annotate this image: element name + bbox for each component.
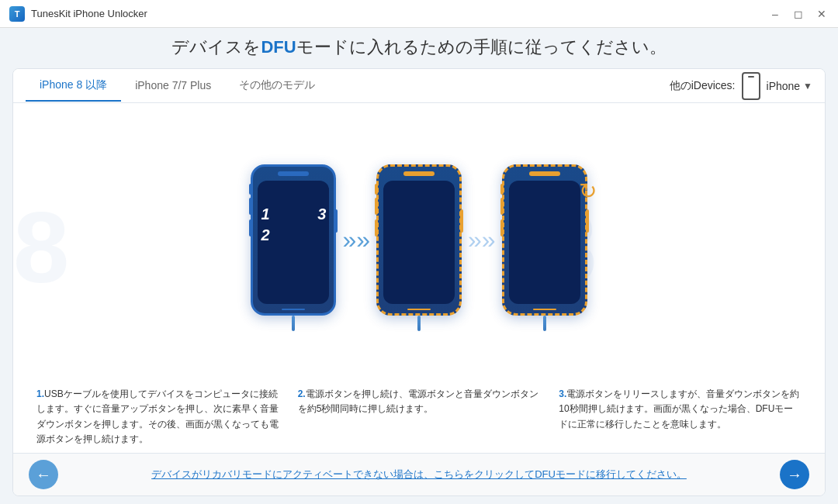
device-name: iPhone	[767, 80, 801, 92]
phone-3-notch	[529, 171, 560, 176]
title-bar-controls: – ◻ ✕	[768, 7, 829, 21]
page-title: デバイスをDFUモードに入れるための手順に従ってください。	[12, 36, 826, 59]
phone-1-power-btn	[334, 209, 338, 233]
content-area: 8 8 8 1 2	[13, 103, 825, 453]
tab-other-models[interactable]: その他のモデル	[225, 71, 329, 102]
phone-1-mute-btn	[249, 184, 252, 195]
phone-1-vol-down-btn	[249, 219, 252, 236]
phone-3-mute-btn	[500, 184, 504, 195]
app-title: TunesKit iPhone Unlocker	[31, 8, 147, 19]
phone-1-vol-up-btn	[249, 198, 252, 215]
minimize-button[interactable]: –	[768, 7, 782, 21]
step-num-2: 2	[261, 226, 269, 244]
desc-num-2: 2.	[298, 388, 306, 399]
back-button[interactable]: ←	[29, 460, 58, 489]
phone-2-vol-down-btn	[375, 219, 378, 236]
phone-3-home	[533, 309, 556, 310]
bottom-bar: ← デバイスがリカバリモードにアクティベートできない場合は、こちらをクリックして…	[13, 453, 825, 495]
phones-illustration: 8 8 8 1 2	[29, 111, 809, 384]
step-num-1: 1	[261, 205, 269, 223]
phone-3-vol-down-btn	[500, 219, 504, 236]
desc-text-2: 電源ボタンを押し続け、電源ボタンと音量ダウンボタンを約5秒間同時に押し続けます。	[298, 388, 538, 414]
main-container: デバイスをDFUモードに入れるための手順に従ってください。 iPhone 8 以…	[0, 28, 838, 504]
devices-selector: 他のiDevices: iPhone ▼	[670, 72, 812, 100]
desc-text-3: 電源ボタンをリリースしますが、音量ダウンボタンを約10秒間押し続けます。画面が黒…	[559, 388, 799, 429]
phone-2-vol-up-btn	[375, 198, 378, 215]
desc-num-1: 1.	[36, 388, 44, 399]
phone-2-home	[407, 309, 431, 310]
desc-num-3: 3.	[559, 388, 566, 399]
close-button[interactable]: ✕	[815, 7, 829, 21]
main-card: iPhone 8 以降 iPhone 7/7 Plus その他のモデル 他のiD…	[12, 68, 826, 496]
usb-cable-1	[292, 316, 295, 331]
tabs-bar: iPhone 8 以降 iPhone 7/7 Plus その他のモデル 他のiD…	[13, 69, 825, 103]
phone-3-power-btn	[586, 209, 589, 233]
step-numbers-1-2: 1 2	[261, 205, 269, 244]
phone-1-home	[282, 309, 305, 310]
desc-item-2: 2.電源ボタンを押し続け、電源ボタンと音量ダウンボタンを約5秒間同時に押し続けま…	[298, 387, 541, 447]
phone-3: ↻	[502, 164, 587, 316]
phone-1: 1 2 3	[251, 164, 336, 316]
usb-cable-3	[543, 316, 546, 331]
chevron-right-icon-1: »»	[342, 226, 370, 254]
device-icon	[742, 72, 760, 100]
phone-2-power-btn	[460, 209, 463, 233]
desc-item-1: 1.USBケーブルを使用してデバイスをコンピュータに接続します。すぐに音量アップ…	[36, 387, 279, 447]
page-title-dfu: DFU	[261, 37, 296, 57]
phone-2-screen	[383, 181, 455, 304]
phone-step-1: 1 2 3	[251, 164, 336, 331]
devices-label: 他のiDevices:	[670, 79, 736, 93]
phone-2-mute-btn	[375, 184, 378, 195]
chevron-right-icon-2: »»	[468, 226, 496, 254]
title-bar: T TunesKit iPhone Unlocker – ◻ ✕	[0, 0, 838, 28]
arrow-1: »»	[342, 226, 370, 270]
arrow-2: »»	[468, 226, 496, 270]
phone-1-notch	[278, 171, 309, 176]
tab-iphone8[interactable]: iPhone 8 以降	[26, 71, 121, 102]
next-button[interactable]: →	[780, 460, 809, 489]
circular-arrow-icon: ↻	[579, 178, 597, 204]
usb-cable-2	[417, 316, 421, 331]
phone-3-vol-up-btn	[500, 198, 504, 215]
desc-text-1: USBケーブルを使用してデバイスをコンピュータに接続します。すぐに音量アップボタ…	[36, 388, 279, 444]
descriptions-row: 1.USBケーブルを使用してデバイスをコンピュータに接続します。すぐに音量アップ…	[29, 387, 809, 447]
recovery-mode-link[interactable]: デバイスがリカバリモードにアクティベートできない場合は、こちらをクリックしてDF…	[151, 468, 687, 482]
phone-3-screen	[509, 181, 580, 304]
phone-step-3: ↻	[502, 164, 587, 331]
device-dropdown[interactable]: iPhone ▼	[767, 80, 812, 92]
tab-iphone7[interactable]: iPhone 7/7 Plus	[121, 71, 225, 101]
step-num-3: 3	[317, 205, 326, 223]
phone-2	[376, 164, 462, 316]
phone-step-2	[376, 164, 462, 331]
maximize-button[interactable]: ◻	[791, 7, 805, 21]
app-icon: T	[9, 6, 25, 22]
page-title-suffix: モードに入れるための手順に従ってください。	[296, 37, 667, 57]
desc-item-3: 3.電源ボタンをリリースしますが、音量ダウンボタンを約10秒間押し続けます。画面…	[559, 387, 802, 447]
page-title-prefix: デバイスを	[171, 37, 261, 57]
back-arrow-icon: ←	[36, 466, 51, 484]
watermark-1: 8	[13, 189, 69, 306]
dropdown-arrow-icon: ▼	[803, 81, 812, 91]
next-arrow-icon: →	[787, 466, 802, 484]
title-bar-left: T TunesKit iPhone Unlocker	[9, 6, 147, 22]
phone-2-notch	[403, 171, 435, 176]
